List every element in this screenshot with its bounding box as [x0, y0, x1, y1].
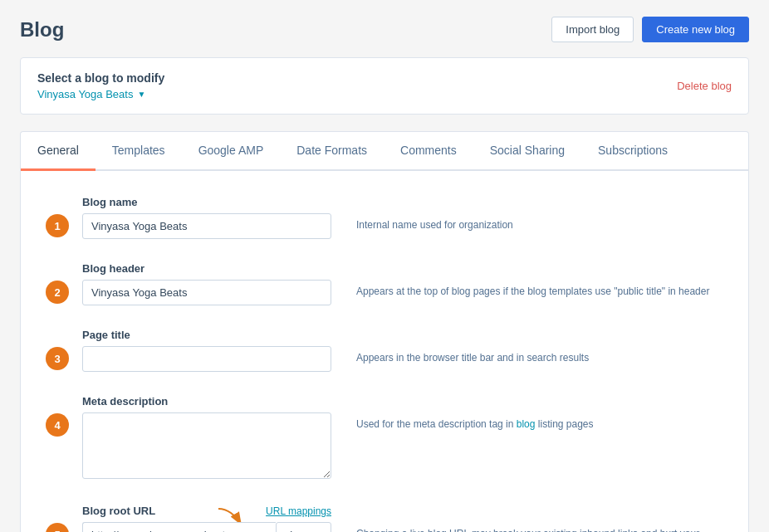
step-4-indicator: 4	[46, 413, 69, 437]
meta-description-label: Meta description	[82, 395, 331, 408]
select-blog-box: Select a blog to modify Vinyasa Yoga Bea…	[20, 57, 749, 115]
blog-name-input[interactable]	[82, 213, 331, 239]
blog-header-input[interactable]	[82, 280, 331, 305]
blog-name-hint: Internal name used for organization	[356, 196, 723, 232]
url-slug-input[interactable]	[276, 522, 331, 532]
blog-root-url-field-group: Blog root URL URL mappings	[82, 505, 331, 532]
url-mappings-link[interactable]: URL mappings	[266, 505, 331, 517]
select-blog-label: Select a blog to modify	[37, 71, 164, 85]
blog-root-url-hint: Changing a live blog URL may break your …	[356, 505, 723, 532]
blog-header-section: 2 Blog header Appears at the top of blog…	[46, 262, 723, 305]
select-blog-left: Select a blog to modify Vinyasa Yoga Bea…	[37, 71, 164, 100]
tab-date-formats[interactable]: Date Formats	[280, 132, 384, 171]
blog-name-label: Blog name	[82, 196, 331, 208]
blog-header-field-group: Blog header	[82, 262, 331, 305]
page-title-label: Page title	[82, 329, 331, 341]
page-title-hint: Appears in the browser title bar and in …	[356, 329, 723, 365]
meta-description-field-group: Meta description	[82, 395, 331, 481]
blog-name-section: 1 Blog name Internal name used for organ…	[46, 196, 723, 239]
header-buttons: Import blog Create new blog	[551, 17, 749, 42]
chevron-down-icon: ▼	[137, 90, 145, 99]
tab-subscriptions[interactable]: Subscriptions	[581, 132, 684, 171]
url-domain-value: http://www.vinyasayogabeats.com	[91, 529, 254, 532]
step-1-indicator: 1	[46, 214, 69, 237]
tab-templates[interactable]: Templates	[96, 132, 182, 171]
arrow-indicator: http://www.vinyasayogabeats.com ▼	[82, 522, 331, 532]
page-title-section: 3 Page title Appears in the browser titl…	[46, 329, 723, 372]
blog-header-hint: Appears at the top of blog pages if the …	[356, 262, 723, 299]
blog-name-field-group: Blog name	[82, 196, 331, 239]
step-3-indicator: 3	[46, 347, 69, 370]
tab-social-sharing[interactable]: Social Sharing	[473, 132, 581, 171]
blog-listing-link[interactable]: blog	[517, 418, 536, 430]
import-blog-button[interactable]: Import blog	[551, 17, 634, 42]
blog-root-url-label: Blog root URL	[82, 505, 155, 517]
url-row: http://www.vinyasayogabeats.com ▼	[82, 522, 331, 532]
page-title: Blog	[20, 18, 64, 41]
tab-content-general: 1 Blog name Internal name used for organ…	[20, 171, 749, 532]
step-5-indicator: 5	[46, 523, 69, 532]
tab-comments[interactable]: Comments	[384, 132, 473, 171]
meta-description-section: 4 Meta description Used for the meta des…	[46, 395, 723, 481]
blog-header-label: Blog header	[82, 262, 331, 275]
blog-selector-dropdown[interactable]: Vinyasa Yoga Beats ▼	[37, 88, 164, 100]
selected-blog-name: Vinyasa Yoga Beats	[37, 88, 133, 100]
page-title-input[interactable]	[82, 346, 331, 372]
meta-description-hint: Used for the meta description tag in blo…	[356, 395, 723, 432]
step-2-indicator: 2	[46, 281, 69, 304]
tab-general[interactable]: General	[21, 132, 96, 171]
meta-description-input[interactable]	[82, 412, 331, 479]
url-domain-dropdown[interactable]: http://www.vinyasayogabeats.com ▼	[82, 522, 276, 532]
create-new-blog-button[interactable]: Create new blog	[642, 17, 749, 42]
tabs-bar: General Templates Google AMP Date Format…	[20, 131, 749, 171]
delete-blog-link[interactable]: Delete blog	[677, 80, 732, 92]
blog-root-url-section: 5 Blog root URL URL mappings	[46, 505, 723, 532]
page-header: Blog Import blog Create new blog	[20, 17, 749, 42]
tab-google-amp[interactable]: Google AMP	[182, 132, 281, 171]
blog-url-label-row: Blog root URL URL mappings	[82, 505, 331, 522]
page-title-field-group: Page title	[82, 329, 331, 372]
